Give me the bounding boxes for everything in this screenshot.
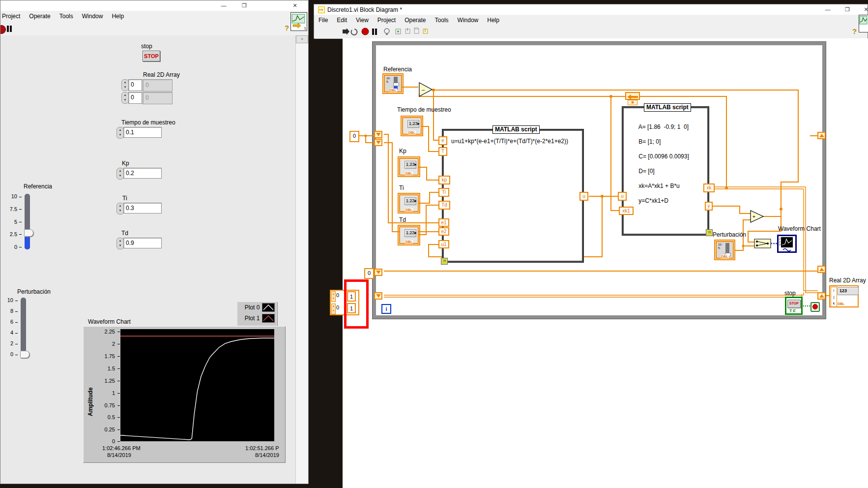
feedback-node[interactable] [625,92,640,100]
script1-output-u[interactable]: u [579,192,588,201]
perturbacion-slider-handle[interactable] [20,351,29,358]
bd-real2d-terminal[interactable]: ijk 123 DBL [829,285,859,307]
ytick-4: 1.25 [102,378,115,384]
shift-register-left-3[interactable] [374,269,382,276]
script2-output-xk[interactable]: xk [703,183,715,192]
bd-tiempo-label: Tiempo de muestreo [397,106,451,113]
abort-button-icon[interactable] [0,25,6,34]
bd-referencia-terminal[interactable]: 10-5- DBL [384,75,402,92]
script1-input-e2[interactable]: e2 [438,227,449,236]
script1-input-e[interactable]: e [438,136,447,145]
menu-help[interactable]: Help [107,11,128,22]
array-index-spinner-0[interactable]: ▲▼ [121,79,129,91]
script1-input-Td[interactable]: Td [438,201,450,210]
bd-td-terminal[interactable]: 1.23▸ DBL [399,226,419,244]
bd-menu-tools[interactable]: Tools [431,15,453,26]
legend-plot0-label: Plot 0 [239,304,260,311]
shift-register-left-1[interactable] [374,131,382,138]
shift-register-left-4[interactable] [374,292,382,300]
array-index-spinner-1[interactable]: ▲▼ [121,92,129,104]
shift-register-left-2[interactable] [374,139,382,146]
tiempo-field[interactable]: 0.1 [123,127,162,138]
array-index-field-1[interactable]: 0 [128,92,142,104]
script1-input-kp[interactable]: kp [438,176,450,184]
matlab-script-1-code[interactable]: u=u1+kp*(e-e1+(T/Ti)*e+(Td/T)*(e-2*e1+e2… [451,138,568,145]
menu-project[interactable]: Project [0,11,25,22]
ti-field[interactable]: 0.3 [123,203,162,214]
menu-operate[interactable]: Operate [25,11,55,22]
matlab-script-2-code[interactable]: A= [1.86 -0.9; 1 0] B= [1; 0] C= [0.0096… [632,116,689,212]
close-icon[interactable]: ✕ [287,0,303,11]
bd-kp-terminal[interactable]: 1.23▸ DBL [399,158,419,176]
perturbacion-tick-10: 10 [0,297,13,303]
bd-menu-help[interactable]: Help [483,15,504,26]
shift-register-right-2[interactable] [817,266,826,273]
script2-input-xk1[interactable]: xk1 [619,207,634,215]
legend-plot1-sample[interactable] [262,314,275,323]
bd-toolbar-icons[interactable] [343,28,456,36]
array-cell-1[interactable]: 0 [143,92,173,104]
stop-button[interactable]: STOP [143,51,160,61]
td-spinner[interactable]: ▲▼ [116,238,124,249]
tiempo-spinner[interactable]: ▲▼ [116,127,124,139]
bd-ti-terminal[interactable]: 1.23▸ DBL [399,194,419,212]
matlab-script-node-1[interactable] [442,129,583,262]
script1-input-u1[interactable]: u1 [438,240,449,248]
bd-perturbacion-terminal[interactable]: 10-5- DBL [716,241,734,259]
labview-icon [318,6,325,13]
shift-register-right-1[interactable] [817,132,826,139]
zero-constant-bottom[interactable]: 0 [364,268,374,279]
scrollbar-up-arrow[interactable]: ˄ [296,35,308,43]
bd-maximize-icon[interactable]: ❐ [839,4,856,15]
bd-waveform-chart-label: Waveform Chart [778,225,821,232]
script2-input-u[interactable]: u [618,192,627,201]
zero-constant-top[interactable]: 0 [349,131,359,142]
kp-field[interactable]: 0.2 [123,168,162,179]
kp-spinner[interactable]: ▲▼ [116,168,124,180]
pause-button-icon[interactable] [7,26,9,32]
loop-iteration-terminal[interactable]: i [381,304,391,314]
legend-plot0-sample[interactable] [262,303,275,312]
array-index-field-0[interactable]: 0 [128,79,142,91]
bd-menu-edit[interactable]: Edit [332,15,351,26]
bd-menu-file[interactable]: File [314,15,332,26]
menu-window[interactable]: Window [78,11,108,22]
matlab-script-1-title: MATLAB script [492,125,540,134]
bd-menu-project[interactable]: Project [373,15,400,26]
bd-tiempo-terminal[interactable]: 1.23▸ DBL [402,117,422,135]
bd-menu-operate[interactable]: Operate [400,15,430,26]
minimize-icon[interactable]: — [215,0,232,11]
script1-input-Ti[interactable]: Ti [438,188,449,197]
referencia-slider-handle[interactable] [24,229,33,237]
waveform-chart-plot[interactable] [120,329,274,441]
script1-input-T[interactable]: T [438,147,447,156]
vertical-scrollbar[interactable]: ˄ [295,35,309,484]
bd-minimize-icon[interactable]: — [819,4,836,15]
script1-input-e1[interactable]: e1 [438,218,449,227]
bd-menu-view[interactable]: View [351,15,373,26]
script2-output-y[interactable]: y [705,202,713,211]
maximize-icon[interactable]: ❐ [236,0,253,11]
perturbacion-slider-track[interactable] [21,298,26,357]
menu-tools[interactable]: Tools [55,11,78,22]
referencia-tick-10: 10 [4,193,17,199]
block-diagram-titlebar[interactable]: Discreto1.vi Block Diagram * [314,4,868,15]
referencia-tick-0: 0 [4,244,17,250]
chart-xend-date: 8/14/2019 [255,452,279,458]
bd-stop-terminal[interactable]: STOP TF [785,297,803,315]
context-help-icon[interactable]: ? [285,24,289,32]
bd-context-help-icon[interactable]: ? [852,27,857,35]
loop-condition-terminal[interactable] [810,302,820,312]
vi-icon[interactable]: 1 [290,12,307,31]
bd-close-icon[interactable]: ✕ [858,4,868,15]
chart-legend[interactable]: Plot 0 Plot 1 [237,302,277,326]
perturbacion-tick-4: 4 [0,330,13,336]
front-panel-titlebar[interactable] [0,0,308,11]
array-cell-0[interactable]: 0 [143,79,173,92]
feedback-init-node[interactable]: ✱ [628,100,637,105]
shift-register-right-3[interactable] [817,292,826,300]
bd-waveform-chart-terminal[interactable]: 2-1-0- [777,235,797,253]
td-field[interactable]: 0.9 [123,238,162,248]
ti-spinner[interactable]: ▲▼ [116,203,124,214]
bd-menu-window[interactable]: Window [453,15,483,26]
